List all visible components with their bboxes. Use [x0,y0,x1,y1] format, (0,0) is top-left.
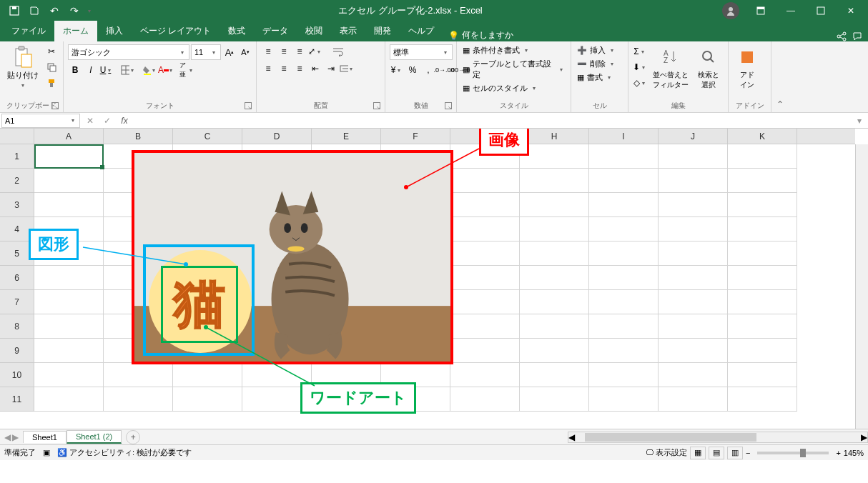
minimize-button[interactable]: — [776,1,805,21]
decrease-font-icon[interactable]: A▾ [238,45,252,59]
font-size-combo[interactable]: 11▾ [191,44,221,60]
zoom-out-button[interactable]: − [746,449,750,457]
row-header[interactable]: 10 [0,363,34,387]
tab-page-layout[interactable]: ページ レイアウト [132,21,220,41]
row-header[interactable]: 7 [0,290,34,314]
conditional-formatting-button[interactable]: ▦条件付き書式▾ [461,44,531,56]
expand-formula-icon[interactable]: ▾ [851,116,868,126]
align-middle-icon[interactable]: ≡ [277,44,291,59]
user-avatar-icon[interactable] [722,2,739,19]
vertical-scrollbar[interactable] [855,144,868,429]
font-color-icon[interactable]: A▾ [158,63,172,77]
decrease-indent-icon[interactable]: ⇤ [308,61,322,76]
zoom-level[interactable]: 145% [844,449,864,457]
tab-view[interactable]: 表示 [331,21,365,41]
row-header[interactable]: 1 [0,144,34,169]
collapse-ribbon-icon[interactable]: ⌃ [771,41,789,112]
page-layout-view-icon[interactable]: ▤ [709,447,724,459]
col-header[interactable]: B [104,129,173,144]
copy-icon[interactable] [44,60,59,74]
close-button[interactable]: ✕ [837,1,865,21]
increase-font-icon[interactable]: A▴ [222,45,237,59]
align-left-icon[interactable]: ≡ [261,61,275,76]
align-top-icon[interactable]: ≡ [261,44,275,59]
undo-icon[interactable]: ↶ [46,2,63,19]
align-bottom-icon[interactable]: ≡ [292,44,307,59]
merge-cells-icon[interactable]: ▾ [340,61,354,76]
enter-formula-icon[interactable]: ✓ [99,116,116,126]
share-icon[interactable] [837,31,847,41]
tab-file[interactable]: ファイル [3,21,54,41]
underline-button[interactable]: U▾ [99,63,114,77]
formula-input[interactable] [133,114,851,128]
row-header[interactable]: 11 [0,387,34,412]
sort-filter-button[interactable]: AZ 並べ替えと フィルター [650,44,691,91]
tab-developer[interactable]: 開発 [365,21,400,41]
format-as-table-button[interactable]: ▦テーブルとして書式設定▾ [461,58,566,81]
paste-button[interactable]: 貼り付け ▾ [4,44,41,90]
qat-dropdown-icon[interactable]: ▾ [86,2,93,19]
cell-styles-button[interactable]: ▦セルのスタイル▾ [461,82,539,94]
display-settings[interactable]: 🖵 表示設定 [646,447,687,458]
fx-icon[interactable]: fx [116,116,133,126]
redo-icon[interactable]: ↷ [66,2,83,19]
row-header[interactable]: 6 [0,266,34,290]
tab-help[interactable]: ヘルプ [400,21,443,41]
col-header[interactable]: E [312,129,381,144]
fill-icon[interactable]: ⬇▾ [633,60,647,74]
clear-icon[interactable]: ◇▾ [633,76,647,90]
col-header[interactable]: K [728,129,797,144]
row-header[interactable]: 3 [0,193,34,217]
delete-cells-button[interactable]: ➖削除▾ [576,58,617,70]
tab-data[interactable]: データ [254,21,297,41]
accounting-icon[interactable]: ¥▾ [390,63,404,77]
cancel-formula-icon[interactable]: ✕ [82,116,99,126]
tab-insert[interactable]: 挿入 [97,21,132,41]
sheet-nav[interactable]: ◀▶ [0,432,23,442]
col-header[interactable]: I [589,129,659,144]
fill-color-icon[interactable]: ▾ [142,63,157,77]
bold-button[interactable]: B [68,63,82,77]
row-header[interactable]: 9 [0,339,34,363]
number-format-combo[interactable]: 標準▾ [390,44,453,60]
normal-view-icon[interactable]: ▦ [690,447,706,459]
name-box[interactable]: A1▾ [1,114,80,128]
tab-review[interactable]: 校閲 [297,21,331,41]
dialog-launcher-icon[interactable] [51,102,59,109]
font-name-combo[interactable]: 游ゴシック▾ [68,44,189,60]
zoom-in-button[interactable]: + [836,449,840,457]
macro-record-icon[interactable]: ▣ [43,448,50,457]
autosave-icon[interactable] [6,2,23,19]
increase-indent-icon[interactable]: ⇥ [324,61,338,76]
horizontal-scrollbar[interactable]: ◀▶ [568,432,868,443]
italic-button[interactable]: I [84,63,98,77]
page-break-view-icon[interactable]: ▥ [727,447,743,459]
align-right-icon[interactable]: ≡ [292,61,307,76]
phonetic-icon[interactable]: ア亜▾ [179,63,194,77]
find-select-button[interactable]: 検索と 選択 [694,44,723,91]
orientation-icon[interactable]: ⤢▾ [308,44,322,59]
ribbon-options-icon[interactable] [746,1,775,21]
col-header[interactable]: C [173,129,242,144]
add-sheet-button[interactable]: + [126,430,140,444]
percent-icon[interactable]: % [405,63,420,77]
dialog-launcher-icon[interactable] [373,102,380,109]
sheet-tab-active[interactable]: Sheet1 (2) [66,430,122,444]
format-cells-button[interactable]: ▦書式▾ [576,71,614,84]
insert-cells-button[interactable]: ➕挿入▾ [576,44,617,56]
accessibility-status[interactable]: ♿ アクセシビリティ: 検討が必要です [57,447,192,458]
format-painter-icon[interactable] [44,76,59,90]
maximize-button[interactable] [807,1,835,21]
row-header[interactable]: 2 [0,169,34,193]
col-header[interactable]: J [659,129,728,144]
tab-formulas[interactable]: 数式 [220,21,254,41]
select-all-corner[interactable] [0,129,34,144]
cut-icon[interactable]: ✂ [44,44,59,59]
align-center-icon[interactable]: ≡ [277,61,291,76]
border-icon[interactable]: ▾ [121,63,135,77]
tab-home[interactable]: ホーム [54,21,97,41]
tell-me-search[interactable]: 💡 何をしますか [448,29,513,41]
col-header[interactable]: H [520,129,589,144]
zoom-slider[interactable] [757,452,829,454]
dialog-launcher-icon[interactable] [445,102,452,109]
